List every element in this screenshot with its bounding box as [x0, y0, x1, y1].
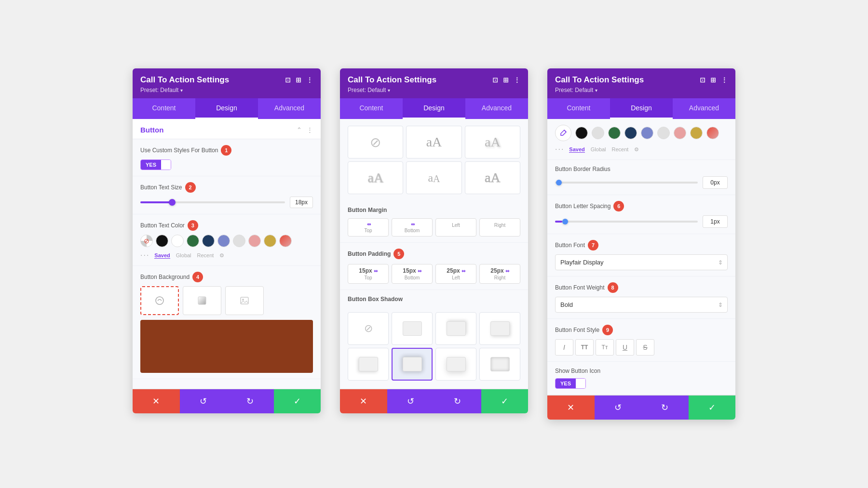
text-style-shadow-light[interactable]: aA	[465, 126, 520, 158]
swatch-green[interactable]	[187, 235, 199, 247]
save-button-1[interactable]: ✓	[274, 389, 321, 413]
margin-right-cell[interactable]: Right	[479, 218, 520, 237]
color-more-dots[interactable]: ···	[140, 251, 149, 260]
button-font-select[interactable]: Playfair Display	[555, 254, 728, 270]
show-button-icon-toggle-no[interactable]	[576, 379, 585, 388]
responsive-icon-3[interactable]: ⊡	[700, 76, 705, 84]
color-tab-saved[interactable]: Saved	[154, 252, 170, 259]
swatch3-red[interactable]	[706, 127, 719, 139]
margin-bottom-cell[interactable]: ⇔ Bottom	[392, 218, 433, 237]
close-button-3[interactable]: ✕	[547, 396, 595, 420]
panel3-color-tab-saved[interactable]: Saved	[569, 146, 584, 153]
swatch-pink[interactable]	[248, 235, 261, 247]
show-button-icon-toggle-yes[interactable]: YES	[556, 379, 576, 388]
text-style-outlined[interactable]: aA	[465, 161, 520, 194]
swatch3-lightgray[interactable]	[592, 127, 604, 139]
shadow-top-right[interactable]	[435, 312, 476, 345]
text-style-recessed[interactable]: aA	[406, 161, 461, 194]
more-icon[interactable]: ⋮	[306, 76, 313, 84]
bg-color-option[interactable]	[140, 286, 179, 315]
chevron-up-icon[interactable]: ⌃	[297, 126, 302, 133]
text-style-raised[interactable]: aA	[348, 161, 403, 194]
slider-thumb[interactable]	[169, 199, 176, 206]
color-tab-global[interactable]: Global	[176, 252, 191, 258]
shadow-default[interactable]	[392, 312, 433, 345]
responsive-icon-2[interactable]: ⊡	[492, 76, 498, 84]
tab-advanced-3[interactable]: Advanced	[673, 98, 735, 119]
undo-button-2[interactable]: ↺	[387, 389, 434, 413]
border-radius-value[interactable]: 0px	[703, 176, 728, 189]
shadow-bottom-right[interactable]	[479, 312, 520, 345]
shadow-inset[interactable]	[479, 348, 520, 381]
panel3-color-tab-recent[interactable]: Recent	[612, 146, 629, 152]
tab-design-1[interactable]: Design	[195, 98, 258, 119]
swatch-transparent[interactable]	[140, 235, 153, 247]
section-menu-icon[interactable]: ⋮	[307, 126, 313, 133]
save-button-2[interactable]: ✓	[481, 389, 529, 413]
margin-top-cell[interactable]: ⇔ Top	[348, 218, 389, 237]
tab-design-3[interactable]: Design	[610, 98, 673, 119]
swatch3-navy[interactable]	[624, 127, 637, 139]
padding-top-cell[interactable]: 15px ⇔ Top	[348, 264, 389, 284]
font-style-capitalize[interactable]: Tт	[596, 339, 614, 356]
swatch-white[interactable]	[171, 235, 184, 247]
panel3-color-gear-icon[interactable]: ⚙	[634, 146, 639, 153]
letter-spacing-track[interactable]	[555, 221, 698, 223]
bg-gradient-option[interactable]	[183, 286, 221, 315]
swatch-navy[interactable]	[202, 235, 215, 247]
bg-image-option[interactable]	[225, 286, 264, 315]
shadow-none[interactable]: ⊘	[348, 312, 389, 345]
panel3-color-more-dots[interactable]: ···	[555, 145, 564, 154]
close-button-1[interactable]: ✕	[133, 389, 180, 413]
margin-left-cell[interactable]: Left	[435, 218, 476, 237]
responsive-icon[interactable]: ⊡	[285, 76, 291, 84]
show-button-icon-toggle[interactable]: YES	[555, 378, 586, 389]
tab-advanced-2[interactable]: Advanced	[465, 98, 528, 119]
undo-button-1[interactable]: ↺	[180, 389, 227, 413]
grid-icon-2[interactable]: ⊞	[503, 76, 509, 84]
swatch3-gold[interactable]	[690, 127, 703, 139]
letter-spacing-value[interactable]: 1px	[703, 215, 728, 228]
padding-bottom-cell[interactable]: 15px ⇔ Bottom	[392, 264, 433, 284]
swatch-lightgray[interactable]	[233, 235, 245, 247]
swatch3-gray2[interactable]	[657, 127, 670, 139]
grid-icon[interactable]: ⊞	[296, 76, 301, 84]
font-style-strikethrough[interactable]: S	[636, 339, 654, 356]
border-radius-track[interactable]	[555, 182, 698, 184]
redo-button-1[interactable]: ↻	[227, 389, 274, 413]
padding-left-cell[interactable]: 25px ⇔ Left	[435, 264, 476, 284]
tab-design-2[interactable]: Design	[403, 98, 465, 119]
tab-content-2[interactable]: Content	[340, 98, 403, 119]
more-icon-3[interactable]: ⋮	[721, 76, 728, 84]
panel3-color-tab-global[interactable]: Global	[591, 146, 606, 152]
font-style-underline[interactable]: U	[616, 339, 634, 356]
button-font-weight-select[interactable]: Bold	[555, 297, 728, 313]
swatch-gold[interactable]	[264, 235, 276, 247]
tab-content-3[interactable]: Content	[547, 98, 610, 119]
save-button-3[interactable]: ✓	[689, 396, 736, 420]
grid-icon-3[interactable]: ⊞	[710, 76, 716, 84]
color-tab-recent[interactable]: Recent	[197, 252, 214, 258]
text-style-normal1[interactable]: aA	[406, 126, 461, 158]
button-text-size-value[interactable]: 18px	[290, 197, 313, 208]
shadow-large[interactable]	[435, 348, 476, 381]
custom-styles-toggle[interactable]: YES	[140, 159, 171, 170]
font-style-italic[interactable]: I	[555, 339, 573, 356]
font-style-uppercase[interactable]: TT	[575, 339, 594, 356]
panel-2-preset[interactable]: Preset: Default ▾	[348, 87, 520, 93]
close-button-2[interactable]: ✕	[340, 389, 387, 413]
toggle-yes[interactable]: YES	[141, 160, 161, 170]
color-gear-icon[interactable]: ⚙	[219, 252, 224, 259]
more-icon-2[interactable]: ⋮	[514, 76, 520, 84]
button-text-size-track[interactable]	[140, 201, 285, 203]
redo-button-3[interactable]: ↻	[641, 396, 689, 420]
tab-advanced-1[interactable]: Advanced	[258, 98, 321, 119]
swatch-lavender[interactable]	[217, 235, 230, 247]
panel-1-preset[interactable]: Preset: Default ▾	[140, 87, 313, 93]
shadow-spread[interactable]	[392, 348, 433, 381]
border-radius-thumb[interactable]	[556, 180, 562, 185]
swatch3-black[interactable]	[575, 127, 588, 139]
swatch3-lavender[interactable]	[641, 127, 653, 139]
redo-button-2[interactable]: ↻	[434, 389, 481, 413]
eyedropper-swatch[interactable]	[555, 125, 571, 141]
